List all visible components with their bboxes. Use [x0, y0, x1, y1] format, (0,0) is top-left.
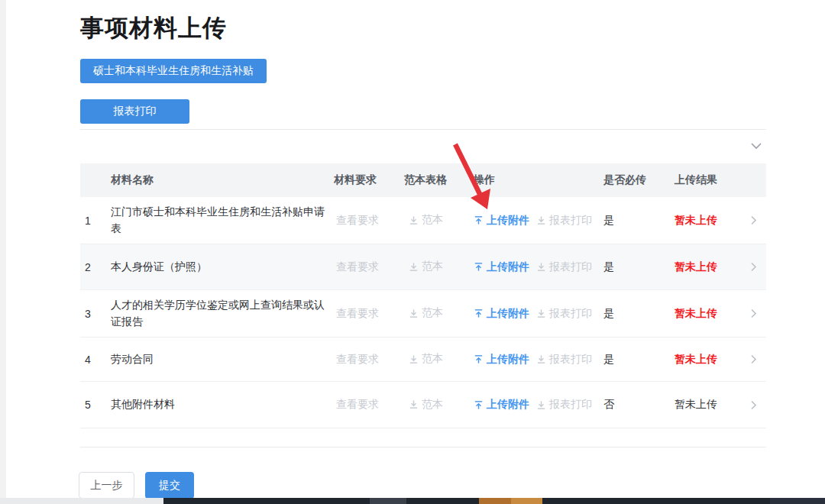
required-value: 是 [600, 353, 671, 367]
upload-icon [474, 262, 484, 272]
table-row: 5 其他附件材料 查看要求 范本 上传附件 报表打印 否 暂未上传 [80, 382, 766, 428]
report-print-link[interactable]: 报表打印 [536, 398, 592, 412]
template-download-link[interactable]: 范本 [403, 352, 443, 366]
header-operation: 操作 [472, 173, 600, 187]
view-requirement-link[interactable]: 查看要求 [334, 214, 379, 228]
view-requirement-link[interactable]: 查看要求 [334, 353, 379, 367]
table-row: 1 江门市硕士和本科毕业生住房和生活补贴申请表 查看要求 范本 上传附件 报表打… [80, 197, 766, 244]
upload-attachment-link[interactable]: 上传附件 [474, 260, 529, 274]
row-index: 4 [80, 354, 111, 366]
view-requirement-link[interactable]: 查看要求 [334, 260, 379, 274]
page-left-gutter [0, 0, 6, 498]
upload-icon [474, 215, 484, 225]
chevron-right-icon[interactable] [745, 400, 766, 410]
header-material-name: 材料名称 [111, 173, 334, 187]
chevron-right-icon[interactable] [745, 262, 766, 272]
row-index: 3 [80, 308, 111, 320]
report-print-link[interactable]: 报表打印 [536, 307, 592, 321]
upload-icon [474, 309, 484, 318]
material-name: 其他附件材料 [111, 396, 334, 413]
upload-icon [474, 354, 484, 364]
download-icon [536, 262, 546, 272]
taskbar-segment [370, 498, 406, 504]
header-required: 是否必传 [600, 173, 671, 187]
matter-name-button[interactable]: 硕士和本科毕业生住房和生活补贴 [80, 59, 267, 83]
required-value: 是 [600, 214, 671, 228]
row-index: 2 [80, 261, 111, 273]
chevron-right-icon[interactable] [745, 309, 766, 318]
template-download-link[interactable]: 范本 [403, 306, 443, 320]
material-name: 江门市硕士和本科毕业生住房和生活补贴申请表 [111, 204, 334, 237]
view-requirement-link[interactable]: 查看要求 [334, 307, 379, 321]
required-value: 是 [600, 307, 671, 321]
header-material-requirement: 材料要求 [334, 173, 403, 187]
row-index: 5 [80, 399, 111, 411]
material-name: 人才的相关学历学位鉴定或网上查询结果或认证报告 [111, 297, 334, 330]
upload-icon [474, 400, 484, 410]
materials-table: 材料名称 材料要求 范本表格 操作 是否必传 上传结果 1 江门市硕士和本科毕业… [80, 163, 766, 428]
chevron-down-icon[interactable] [750, 141, 762, 150]
upload-attachment-link[interactable]: 上传附件 [474, 307, 529, 321]
upload-result-status: 暂未上传 [671, 260, 745, 274]
table-row: 2 本人身份证（护照） 查看要求 范本 上传附件 报表打印 是 暂未上传 [80, 244, 766, 290]
required-value: 是 [600, 260, 671, 274]
download-icon [536, 215, 546, 225]
material-name: 劳动合同 [111, 351, 334, 368]
download-icon [536, 400, 546, 410]
material-name: 本人身份证（护照） [111, 259, 334, 276]
required-value: 否 [600, 398, 671, 412]
upload-result-status: 暂未上传 [671, 398, 745, 412]
taskbar-segment [511, 498, 542, 504]
report-print-link[interactable]: 报表打印 [536, 353, 592, 367]
section-divider [80, 129, 766, 130]
upload-attachment-link[interactable]: 上传附件 [474, 398, 529, 412]
previous-step-button[interactable]: 上一步 [79, 472, 134, 499]
table-row: 4 劳动合同 查看要求 范本 上传附件 报表打印 是 暂未上传 [80, 338, 766, 382]
section-divider [80, 447, 766, 447]
download-icon [536, 354, 546, 364]
report-print-link[interactable]: 报表打印 [536, 214, 592, 228]
upload-result-status: 暂未上传 [671, 214, 745, 228]
upload-attachment-link[interactable]: 上传附件 [474, 214, 529, 228]
template-download-link[interactable]: 范本 [403, 260, 443, 273]
view-requirement-link[interactable]: 查看要求 [334, 398, 379, 412]
upload-result-status: 暂未上传 [671, 353, 745, 367]
row-index: 1 [80, 215, 111, 227]
table-header-row: 材料名称 材料要求 范本表格 操作 是否必传 上传结果 [80, 163, 766, 197]
submit-button[interactable]: 提交 [145, 472, 194, 499]
header-upload-result: 上传结果 [671, 173, 745, 187]
download-icon [409, 399, 419, 409]
download-icon [409, 215, 419, 225]
download-icon [409, 309, 419, 318]
page-title: 事项材料上传 [80, 12, 227, 44]
chevron-right-icon[interactable] [745, 215, 766, 225]
chevron-right-icon[interactable] [745, 354, 766, 364]
template-download-link[interactable]: 范本 [403, 213, 443, 227]
download-icon [409, 354, 419, 364]
report-print-link[interactable]: 报表打印 [536, 260, 592, 274]
report-print-button[interactable]: 报表打印 [80, 99, 189, 124]
download-icon [536, 309, 546, 318]
upload-result-status: 暂未上传 [671, 307, 745, 321]
header-template-form: 范本表格 [403, 173, 472, 187]
bottom-taskbar-edge [0, 498, 825, 504]
download-icon [409, 262, 419, 272]
upload-attachment-link[interactable]: 上传附件 [474, 353, 529, 367]
table-row: 3 人才的相关学历学位鉴定或网上查询结果或认证报告 查看要求 范本 上传附件 报… [80, 290, 766, 338]
taskbar-segment [479, 498, 511, 504]
template-download-link[interactable]: 范本 [403, 398, 443, 412]
taskbar-segment [770, 498, 825, 504]
